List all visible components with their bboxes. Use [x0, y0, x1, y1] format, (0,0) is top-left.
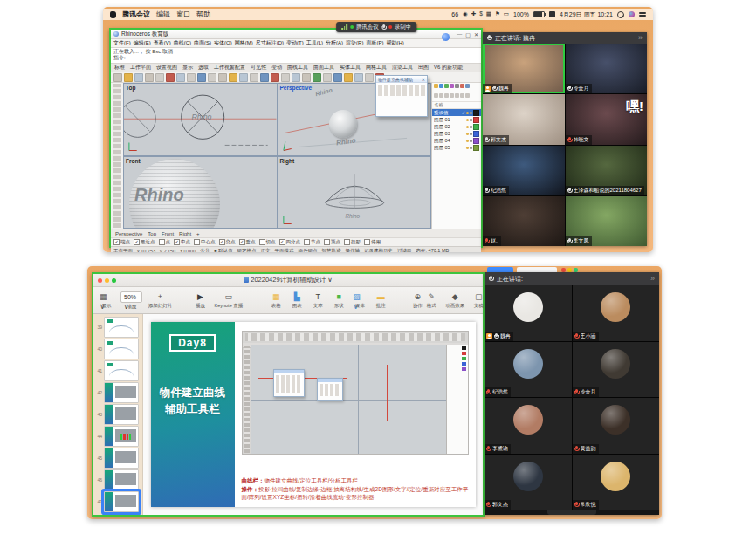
- viewport-tab[interactable]: Front: [162, 231, 174, 236]
- siri-icon[interactable]: [629, 11, 635, 17]
- toolbar-button[interactable]: ◆ 动画效果: [445, 292, 464, 309]
- layer-lock-icon[interactable]: [470, 147, 472, 149]
- tool-icon[interactable]: [187, 73, 196, 82]
- layers-tool-icon[interactable]: [434, 84, 438, 88]
- layer-visibility-icon[interactable]: [466, 133, 469, 135]
- rhino-menu-item[interactable]: 工具(L): [306, 39, 323, 47]
- osnap-checkbox[interactable]: 中心点: [194, 239, 216, 245]
- status-item[interactable]: 操作轴: [346, 248, 361, 252]
- participant-video-tile[interactable]: 冷金月: [566, 44, 648, 93]
- slide-thumbnail-image[interactable]: [104, 339, 139, 359]
- tool-icon[interactable]: [113, 73, 122, 82]
- layer-visibility-icon[interactable]: [466, 112, 469, 114]
- slide-thumbnail[interactable]: 46: [94, 469, 141, 490]
- toolbar-tab[interactable]: 渲染工具: [392, 64, 413, 72]
- toolbar-button[interactable]: + 添加幻灯片: [149, 292, 170, 309]
- layers-tool-icon[interactable]: [439, 84, 443, 88]
- tool-icon[interactable]: [229, 73, 237, 82]
- layers-tool-icon[interactable]: [444, 84, 449, 88]
- layers-tool-icon[interactable]: [460, 93, 464, 98]
- slide-thumbnail[interactable]: 39: [94, 317, 141, 337]
- rhino-menu-item[interactable]: 编辑(E): [134, 39, 151, 47]
- toolbar-button[interactable]: ■ 形状: [332, 292, 346, 309]
- osnap-checkbox[interactable]: ✓ 最近点: [134, 239, 155, 245]
- layer-color-swatch[interactable]: [473, 145, 479, 151]
- viewport-tab[interactable]: Perspective: [115, 231, 142, 236]
- checkbox-icon[interactable]: [304, 239, 310, 245]
- menu-item[interactable]: 帮助: [196, 10, 210, 19]
- status-icon[interactable]: ▭: [504, 11, 509, 17]
- osnap-checkbox[interactable]: 点: [159, 239, 171, 245]
- viewport-tab[interactable]: +: [196, 231, 200, 236]
- menu-item[interactable]: 窗口: [176, 10, 190, 19]
- tool-icon[interactable]: [239, 73, 248, 82]
- layer-color-swatch[interactable]: [473, 124, 479, 130]
- viewport-front[interactable]: Front Rhino: [124, 157, 277, 229]
- rhino-title-bar[interactable]: Rhinoceros 教育版 —▢✕: [111, 30, 481, 39]
- control-center-icon[interactable]: [639, 12, 646, 17]
- toolbar-tab[interactable]: V6 的新功能: [434, 64, 463, 72]
- document-title[interactable]: 20220429计算机辅助设计 ∨: [93, 276, 483, 284]
- status-icon[interactable]: ▦: [486, 11, 491, 17]
- window-control-button[interactable]: —: [457, 31, 462, 38]
- toolbar-button[interactable]: ▙ 图表: [290, 292, 304, 309]
- screen-mirroring-icon[interactable]: [549, 11, 555, 17]
- participant-video-tile[interactable]: 纪浩然: [485, 342, 572, 398]
- floating-tool-panel[interactable]: 物件建立曲线辅助 ✕: [375, 75, 428, 117]
- toolbar-button[interactable]: ▬ 批注: [374, 292, 388, 309]
- participant-video-tile[interactable]: 李孟谕: [485, 398, 572, 454]
- status-icon[interactable]: ◉: [463, 11, 468, 17]
- status-item[interactable]: x 10.753: [137, 249, 155, 253]
- layer-visibility-icon[interactable]: [466, 126, 469, 128]
- status-item[interactable]: y 2.150: [160, 249, 175, 253]
- toolbar-button[interactable]: ✎ 格式: [424, 292, 438, 309]
- tool-icon[interactable]: [323, 73, 332, 82]
- rhino-menu-item[interactable]: 曲线(C): [174, 39, 191, 47]
- slide-thumbnail-image[interactable]: [104, 448, 139, 469]
- layer-row[interactable]: 图层 03: [432, 130, 481, 137]
- layer-row[interactable]: 图层 05: [432, 144, 481, 151]
- toolbar-tab[interactable]: 实体工具: [340, 64, 361, 72]
- status-icon[interactable]: ✚: [471, 11, 476, 17]
- tool-icon[interactable]: [292, 73, 300, 82]
- rhino-menu-item[interactable]: 尺寸标注(D): [256, 39, 284, 47]
- toolbar-tab[interactable]: 设置视图: [156, 64, 177, 72]
- toolbar-tab[interactable]: 网格工具: [366, 64, 387, 72]
- rhino-menu-item[interactable]: 实体(O): [214, 39, 232, 47]
- checkbox-icon[interactable]: [259, 239, 265, 245]
- layer-color-swatch[interactable]: [473, 131, 479, 137]
- tool-icon[interactable]: [218, 73, 227, 82]
- osnap-checkbox[interactable]: ✓ 垂点: [239, 239, 256, 245]
- layers-tool-icon[interactable]: [439, 93, 443, 98]
- layer-visibility-icon[interactable]: [466, 119, 469, 121]
- toolbar-tab[interactable]: 出图: [418, 64, 429, 72]
- rhino-side-toolbar[interactable]: [111, 83, 123, 229]
- layer-lock-icon[interactable]: [470, 126, 472, 128]
- tool-icon[interactable]: [166, 73, 175, 82]
- apple-menu-icon[interactable]: [110, 11, 116, 18]
- osnap-checkbox[interactable]: ✓ 中点: [174, 239, 190, 245]
- toolbar-tab[interactable]: 工作视窗配置: [214, 64, 245, 72]
- checkbox-icon[interactable]: ✓: [279, 239, 285, 245]
- status-item[interactable]: z 0.000: [180, 249, 196, 253]
- participant-video-tile[interactable]: 纪浩然: [483, 146, 565, 195]
- tool-icon[interactable]: [365, 73, 374, 82]
- slide-thumbnail[interactable]: 43: [94, 404, 141, 424]
- osnap-checkbox[interactable]: 切点: [259, 239, 276, 245]
- tool-icon[interactable]: [145, 73, 154, 82]
- slide-thumbnail-image[interactable]: [104, 426, 139, 447]
- tool-icon[interactable]: [250, 73, 258, 82]
- toolbar-button[interactable]: ⊕ 协作: [410, 292, 424, 309]
- rhino-menu-item[interactable]: 曲面(S): [194, 39, 211, 47]
- osnap-checkbox[interactable]: ✓ 交点: [219, 239, 236, 245]
- window-control-button[interactable]: ✕: [474, 31, 478, 38]
- meeting-status-pill[interactable]: 腾讯会议 录制中: [336, 22, 416, 32]
- status-item[interactable]: 过滤器: [397, 248, 412, 252]
- participant-video-tile[interactable]: 赵..: [483, 196, 565, 246]
- status-item[interactable]: 内存: 470.1 MB: [416, 248, 450, 252]
- slide-thumbnail-image[interactable]: [104, 469, 139, 490]
- osnap-checkbox[interactable]: 顶点: [324, 239, 340, 245]
- participant-video-tile[interactable]: 冷金月: [573, 342, 660, 398]
- osnap-checkbox[interactable]: ✓ 四分点: [279, 239, 301, 245]
- toolbar-button[interactable]: ▶ 播放: [194, 292, 208, 309]
